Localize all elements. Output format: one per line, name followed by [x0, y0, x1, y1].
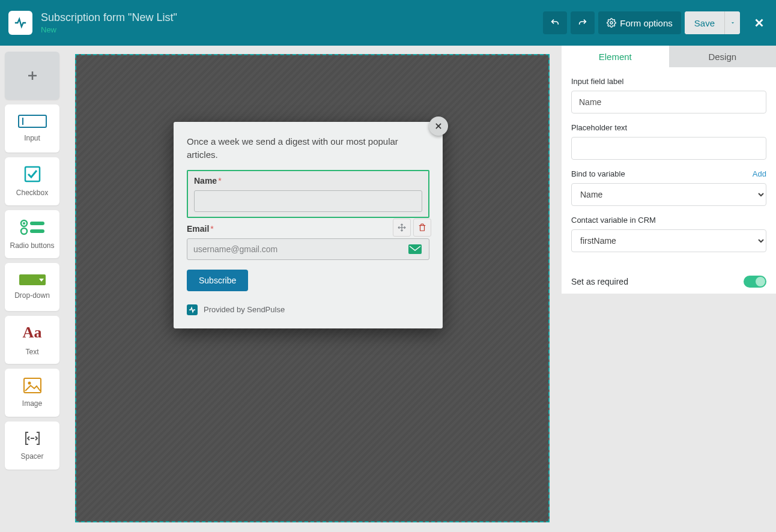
tool-label: Image	[22, 399, 42, 408]
status-badge: New	[41, 25, 543, 34]
form-options-label: Form options	[620, 18, 673, 28]
panel-body: Input field label Placeholder text Bind …	[562, 67, 776, 265]
trash-icon	[418, 223, 426, 232]
header-title-block: Subscription form "New List" New	[41, 11, 543, 34]
tool-label: Spacer	[20, 452, 43, 461]
svg-point-11	[21, 228, 27, 234]
form-canvas[interactable]: Once a week we send a digest with our mo…	[75, 54, 550, 522]
tool-image[interactable]: Image	[5, 369, 59, 417]
tool-label: Drop-down	[14, 291, 50, 300]
label-input-field-label: Input field label	[571, 77, 766, 86]
svg-point-15	[28, 381, 31, 384]
tool-radio[interactable]: Radio buttons	[5, 210, 59, 258]
toolbox-sidebar: Input Checkbox Radio buttons Drop-down A…	[0, 46, 64, 532]
tool-label: Text	[25, 348, 38, 356]
input-field-label-input[interactable]	[571, 91, 766, 113]
main-layout: Input Checkbox Radio buttons Drop-down A…	[0, 46, 776, 532]
add-element-button[interactable]	[5, 52, 59, 100]
set-required-label: Set as required	[571, 277, 628, 286]
text-icon: Aa	[23, 324, 42, 342]
svg-rect-12	[30, 229, 44, 233]
field-actions	[393, 219, 431, 237]
provided-by: Provided by SendPulse	[187, 304, 429, 315]
name-input[interactable]	[194, 190, 422, 212]
header-actions: Form options Save	[543, 11, 768, 34]
move-handle[interactable]	[393, 219, 411, 237]
gear-icon	[607, 18, 616, 28]
mail-icon	[408, 244, 422, 255]
svg-point-0	[610, 22, 613, 24]
redo-button[interactable]	[571, 11, 595, 34]
move-icon	[398, 223, 406, 232]
chevron-down-icon	[730, 20, 736, 26]
canvas-wrapper: Once a week we send a digest with our mo…	[64, 46, 562, 532]
provided-label: Provided by SendPulse	[204, 305, 285, 314]
field-email-block[interactable]: Email*	[187, 224, 429, 260]
page-title: Subscription form "New List"	[41, 11, 543, 24]
tool-text[interactable]: Aa Text	[5, 316, 59, 364]
radio-icon	[19, 219, 46, 235]
undo-button[interactable]	[543, 11, 567, 34]
tool-checkbox[interactable]: Checkbox	[5, 157, 59, 205]
svg-rect-14	[24, 378, 41, 393]
form-modal: Once a week we send a digest with our mo…	[174, 122, 443, 328]
close-button[interactable]	[751, 14, 768, 31]
email-input[interactable]	[187, 238, 429, 260]
sendpulse-icon	[187, 304, 198, 315]
close-icon	[434, 122, 443, 130]
tab-design[interactable]: Design	[669, 46, 777, 67]
bind-variable-select[interactable]: Name	[571, 183, 766, 206]
tool-label: Radio buttons	[10, 241, 54, 250]
tool-dropdown[interactable]: Drop-down	[5, 263, 59, 311]
save-button[interactable]: Save	[685, 11, 724, 34]
required-toggle[interactable]	[744, 276, 766, 288]
svg-rect-19	[408, 244, 422, 254]
field-label: Name*	[194, 176, 422, 186]
form-options-button[interactable]: Form options	[598, 11, 681, 34]
input-icon	[18, 115, 47, 128]
tool-input[interactable]: Input	[5, 104, 59, 153]
spacer-icon	[23, 431, 41, 446]
dropdown-icon	[19, 274, 46, 285]
close-icon	[753, 16, 766, 29]
tool-label: Checkbox	[16, 189, 48, 197]
required-asterisk: *	[218, 176, 221, 186]
tool-label: Input	[24, 134, 40, 142]
crm-variable-select[interactable]: firstName	[571, 229, 766, 252]
plus-icon	[25, 68, 40, 83]
add-variable-link[interactable]: Add	[753, 169, 766, 178]
tool-spacer[interactable]: Spacer	[5, 422, 59, 470]
delete-button[interactable]	[413, 219, 431, 237]
app-header: Subscription form "New List" New Form op…	[0, 0, 776, 46]
modal-description: Once a week we send a digest with our mo…	[187, 135, 429, 162]
label-placeholder-text: Placeholder text	[571, 123, 766, 132]
save-dropdown[interactable]	[724, 11, 740, 34]
placeholder-input[interactable]	[571, 137, 766, 160]
field-name-block[interactable]: Name*	[187, 170, 429, 218]
label-bind-variable: Bind to variable	[571, 169, 625, 178]
svg-rect-7	[25, 167, 40, 181]
checkbox-icon	[24, 166, 41, 183]
svg-rect-20	[420, 225, 425, 231]
label-crm-variable: Contact variable in CRM	[571, 216, 766, 225]
required-asterisk: *	[210, 224, 213, 234]
svg-point-9	[23, 222, 25, 225]
logo-icon	[8, 11, 32, 35]
modal-close-button[interactable]	[429, 116, 448, 136]
subscribe-button[interactable]: Subscribe	[187, 270, 248, 291]
panel-tabs: Element Design	[562, 46, 776, 67]
svg-rect-10	[30, 222, 44, 225]
save-button-group: Save	[685, 11, 740, 34]
properties-panel: Element Design Input field label Placeho…	[562, 46, 776, 532]
tab-element[interactable]: Element	[562, 46, 669, 67]
image-icon	[23, 378, 41, 393]
